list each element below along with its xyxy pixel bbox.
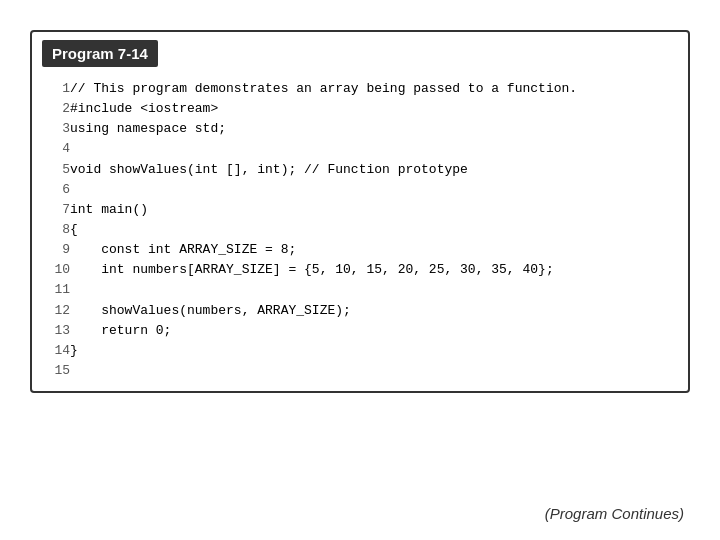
line-number: 5 [42,160,70,180]
table-row: 12 showValues(numbers, ARRAY_SIZE); [42,301,678,321]
line-code [70,361,678,381]
code-area: 1// This program demonstrates an array b… [32,75,688,391]
line-code: using namespace std; [70,119,678,139]
table-row: 15 [42,361,678,381]
line-code: { [70,220,678,240]
table-row: 3using namespace std; [42,119,678,139]
line-number: 10 [42,260,70,280]
line-code: return 0; [70,321,678,341]
program-title: Program 7-14 [42,40,158,67]
line-code [70,280,678,300]
line-number: 4 [42,139,70,159]
line-code: void showValues(int [], int); // Functio… [70,160,678,180]
line-number: 15 [42,361,70,381]
continues-label: (Program Continues) [545,505,684,522]
table-row: 14} [42,341,678,361]
line-code: showValues(numbers, ARRAY_SIZE); [70,301,678,321]
table-row: 10 int numbers[ARRAY_SIZE] = {5, 10, 15,… [42,260,678,280]
table-row: 6 [42,180,678,200]
line-number: 1 [42,79,70,99]
table-row: 9 const int ARRAY_SIZE = 8; [42,240,678,260]
table-row: 2#include <iostream> [42,99,678,119]
table-row: 1// This program demonstrates an array b… [42,79,678,99]
line-number: 8 [42,220,70,240]
line-code: int numbers[ARRAY_SIZE] = {5, 10, 15, 20… [70,260,678,280]
table-row: 4 [42,139,678,159]
table-row: 8{ [42,220,678,240]
code-table: 1// This program demonstrates an array b… [42,79,678,381]
program-box: Program 7-14 1// This program demonstrat… [30,30,690,393]
line-code: } [70,341,678,361]
line-code [70,139,678,159]
line-number: 11 [42,280,70,300]
page-container: Program 7-14 1// This program demonstrat… [0,0,720,540]
line-number: 9 [42,240,70,260]
table-row: 11 [42,280,678,300]
line-number: 13 [42,321,70,341]
line-code [70,180,678,200]
line-number: 12 [42,301,70,321]
line-code: #include <iostream> [70,99,678,119]
line-number: 7 [42,200,70,220]
line-code: // This program demonstrates an array be… [70,79,678,99]
line-number: 3 [42,119,70,139]
table-row: 13 return 0; [42,321,678,341]
line-code: const int ARRAY_SIZE = 8; [70,240,678,260]
line-code: int main() [70,200,678,220]
table-row: 7int main() [42,200,678,220]
line-number: 14 [42,341,70,361]
line-number: 6 [42,180,70,200]
line-number: 2 [42,99,70,119]
table-row: 5void showValues(int [], int); // Functi… [42,160,678,180]
